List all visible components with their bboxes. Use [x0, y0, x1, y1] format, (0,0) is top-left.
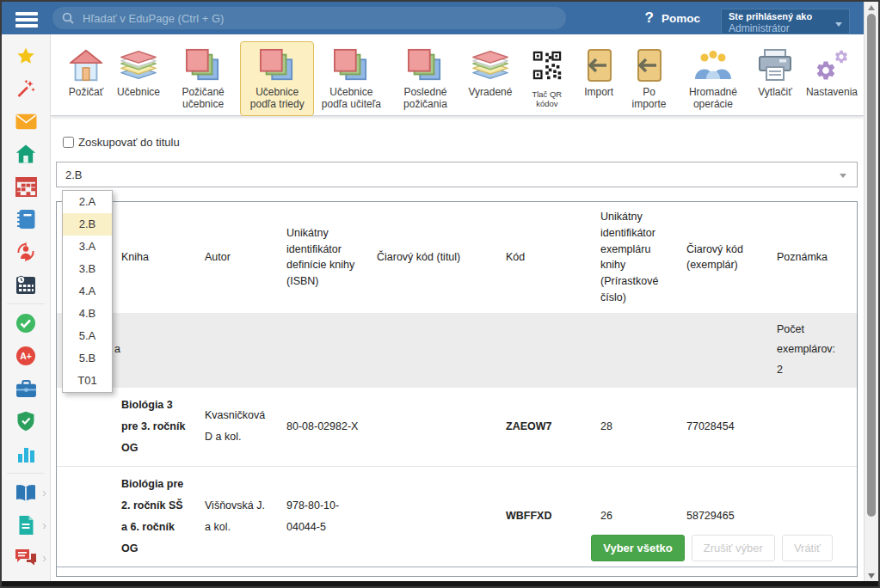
main-area: Požičať Učebnice Požičané učebnice Učebn… [51, 34, 864, 581]
help-label: Pomoc [662, 12, 700, 25]
class-option-t01[interactable]: T01 [63, 370, 112, 392]
cell-kod: ZAEOW7 [497, 388, 592, 467]
svg-text:A+: A+ [20, 351, 32, 361]
toolbar-item-ucebnice[interactable]: Učebnice [111, 41, 166, 103]
vertical-scrollbar[interactable] [864, 2, 878, 581]
cell-kniha: Biológia 3 pre 3. ročník OG [113, 388, 196, 467]
quill-icon [15, 580, 36, 581]
calendar-clock-icon [15, 275, 36, 295]
cell-barcode-title [368, 466, 497, 567]
sidebar-item-home[interactable] [2, 138, 50, 170]
sidebar-item-library[interactable]: › [2, 476, 50, 509]
sidebar-item-messages[interactable] [2, 105, 50, 138]
sidebar-item-documents[interactable]: › [2, 509, 50, 542]
toolbar-item-ucebnice-podla-triedy[interactable]: Učebnice podľa triedy [240, 41, 314, 116]
toolbar-item-label: Po importe [628, 86, 670, 111]
sidebar-item-attendance[interactable] [2, 307, 50, 340]
class-select-value: 2.B [65, 168, 83, 181]
toolbar-item-label: Učebnice podľa učiteľa [320, 86, 382, 111]
class-option-4a[interactable]: 4.A [63, 280, 112, 303]
logged-in-user-menu[interactable]: Ste prihlásený ako Administrátor [721, 9, 850, 34]
a-plus-circle-icon: A+ [15, 346, 36, 366]
count-label: Počet exemplárov: [777, 320, 848, 361]
scrollbar-thumb[interactable] [867, 14, 876, 517]
group-by-title-label: Zoskupovať do titulu [78, 136, 180, 149]
col-kniha: Kniha [113, 202, 196, 313]
layered-squares-icon [333, 46, 369, 84]
chevron-right-icon: › [42, 551, 46, 565]
toolbar-item-vyradene[interactable]: Vyradené [463, 41, 519, 103]
col-poznamka: Poznámka [768, 202, 857, 313]
sidebar-item-wizard[interactable] [2, 72, 50, 105]
count-value: 2 [777, 360, 848, 381]
toolbar-item-vytlacit[interactable]: Vytlačiť [750, 41, 800, 103]
chat-bubbles-icon [15, 548, 37, 567]
sidebar-item-timetable[interactable] [2, 170, 50, 203]
toolbar-item-import[interactable]: Import [575, 41, 622, 103]
scroll-down-icon[interactable] [868, 573, 875, 579]
class-option-3a[interactable]: 3.A [63, 236, 112, 258]
sidebar-item-signature[interactable] [2, 574, 50, 581]
col-kod: Kód [497, 202, 592, 313]
class-option-2a[interactable]: 2.A [63, 191, 112, 213]
sidebar-item-admin[interactable] [2, 405, 50, 438]
table-row[interactable]: Biológia 3 pre 3. ročník OG Kvasničková … [57, 388, 857, 467]
search-input[interactable] [81, 11, 557, 26]
col-isbn: Unikátny identifikátor definície knihy (… [278, 202, 368, 313]
toolbar-item-label: Požičané učebnice [172, 86, 234, 111]
help-button[interactable]: ? Pomoc [645, 9, 700, 27]
toolbar-item-label: Učebnice [117, 86, 160, 98]
house-icon [67, 46, 105, 84]
toolbar-item-label: Nastavenia [806, 86, 858, 98]
cell-exemplar-id: 28 [592, 388, 678, 467]
briefcase-icon [15, 380, 37, 398]
toolbar-item-posledne-pozicania[interactable]: Posledné požičania [388, 41, 462, 116]
toolbar-item-tlac-qr-kodov[interactable]: Tlač QR kódov [518, 41, 575, 114]
table-header-row: Kniha Autor Unikátny identifikátor defin… [57, 202, 857, 313]
scroll-up-icon[interactable] [868, 5, 875, 10]
magic-wand-icon [15, 78, 36, 99]
class-option-3b[interactable]: 3.B [63, 258, 112, 280]
return-button[interactable]: Vrátiť [782, 535, 833, 561]
sidebar-item-results[interactable] [2, 438, 50, 470]
group-by-title-checkbox[interactable] [63, 137, 74, 148]
library-toolbar: Požičať Učebnice Požičané učebnice Učebn… [51, 34, 864, 116]
home-icon [15, 144, 36, 163]
toolbar-item-po-importe[interactable]: Po importe [622, 41, 676, 116]
substitution-person-icon [15, 242, 36, 262]
global-search [52, 7, 566, 29]
toolbar-item-hromadne-operacie[interactable]: Hromadné operácie [676, 41, 750, 116]
sidebar-item-favorites[interactable] [2, 40, 50, 72]
toolbar-item-pozicat[interactable]: Požičať [61, 41, 111, 103]
sidebar-divider [7, 473, 45, 474]
sidebar-item-agenda[interactable] [2, 372, 50, 405]
class-option-5b[interactable]: 5.B [63, 347, 112, 370]
question-mark-icon: ? [645, 9, 654, 27]
class-select[interactable]: 2.B [56, 162, 858, 187]
class-option-4b[interactable]: 4.B [63, 303, 112, 325]
group-count-cell: Počet exemplárov: 2 [768, 313, 857, 388]
timetable-grid-icon [15, 177, 37, 197]
class-option-2b[interactable]: 2.B [63, 213, 112, 236]
books-table: Kniha Autor Unikátny identifikátor defin… [57, 202, 857, 567]
sidebar-item-grades[interactable]: A+ [2, 340, 50, 372]
select-all-button[interactable]: Vyber všetko [591, 535, 684, 561]
sidebar-item-calendar[interactable] [2, 268, 50, 301]
cancel-selection-button[interactable]: Zrušiť výber [692, 535, 775, 561]
cell-isbn: 978-80-10-04044-5 [278, 466, 368, 567]
sidebar-item-classbook[interactable] [2, 203, 50, 236]
sidebar-item-chat[interactable]: › [2, 542, 50, 574]
book-stack-icon [119, 46, 158, 84]
group-by-title-row: Zoskupovať do titulu [63, 135, 858, 149]
toolbar-item-ucebnice-podla-ucitela[interactable]: Učebnice podľa učiteľa [314, 41, 388, 116]
class-option-5a[interactable]: 5.A [63, 325, 112, 347]
sidebar-item-substitution[interactable] [2, 236, 50, 268]
toolbar-item-nastavenia[interactable]: Nastavenia [800, 41, 864, 103]
group-summary-row: a Počet exemplárov: 2 [57, 313, 857, 388]
hamburger-menu-icon[interactable] [15, 12, 38, 28]
col-autor: Autor [196, 202, 278, 313]
cell-autor: Višňovská J. a kol. [196, 466, 278, 567]
toolbar-item-label: Požičať [69, 86, 104, 98]
toolbar-item-pozicane-ucebnice[interactable]: Požičané učebnice [166, 41, 240, 116]
qr-code-icon [532, 46, 563, 84]
